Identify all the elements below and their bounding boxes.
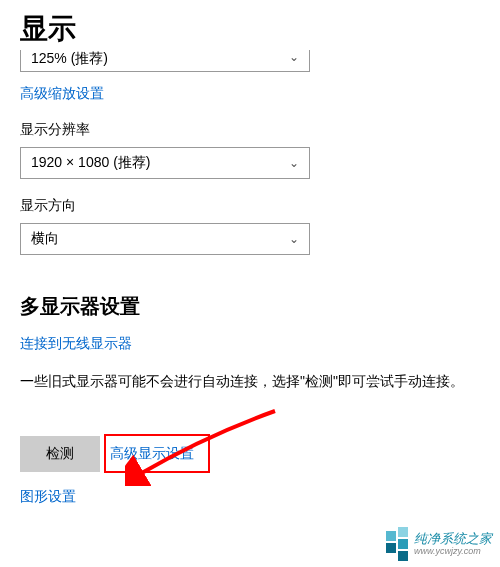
detect-button[interactable]: 检测 (20, 436, 100, 472)
orientation-label: 显示方向 (20, 197, 480, 215)
resolution-dropdown-value: 1920 × 1080 (推荐) (31, 154, 150, 172)
chevron-down-icon: ⌄ (289, 232, 299, 246)
highlight-box: 高级显示设置 (104, 434, 210, 473)
resolution-dropdown[interactable]: 1920 × 1080 (推荐) ⌄ (20, 147, 310, 179)
chevron-down-icon: ⌄ (289, 50, 299, 64)
orientation-dropdown[interactable]: 横向 ⌄ (20, 223, 310, 255)
watermark-logo (386, 527, 408, 561)
connect-wireless-display-link[interactable]: 连接到无线显示器 (20, 335, 132, 353)
watermark-url: www.ycwjzy.com (414, 546, 492, 556)
graphics-settings-link[interactable]: 图形设置 (20, 488, 76, 506)
chevron-down-icon: ⌄ (289, 156, 299, 170)
resolution-label: 显示分辨率 (20, 121, 480, 139)
watermark-brand: 纯净系统之家 (414, 532, 492, 546)
advanced-scaling-link[interactable]: 高级缩放设置 (20, 85, 104, 103)
page-title: 显示 (20, 10, 480, 48)
orientation-dropdown-value: 横向 (31, 230, 59, 248)
scale-dropdown[interactable]: 125% (推荐) ⌄ (20, 50, 310, 72)
watermark: 纯净系统之家 www.ycwjzy.com (386, 527, 492, 561)
multi-monitor-heading: 多显示器设置 (20, 293, 480, 320)
advanced-display-settings-link[interactable]: 高级显示设置 (110, 445, 194, 463)
scale-dropdown-value: 125% (推荐) (31, 50, 108, 68)
legacy-monitor-info: 一些旧式显示器可能不会进行自动连接，选择"检测"即可尝试手动连接。 (20, 371, 480, 392)
